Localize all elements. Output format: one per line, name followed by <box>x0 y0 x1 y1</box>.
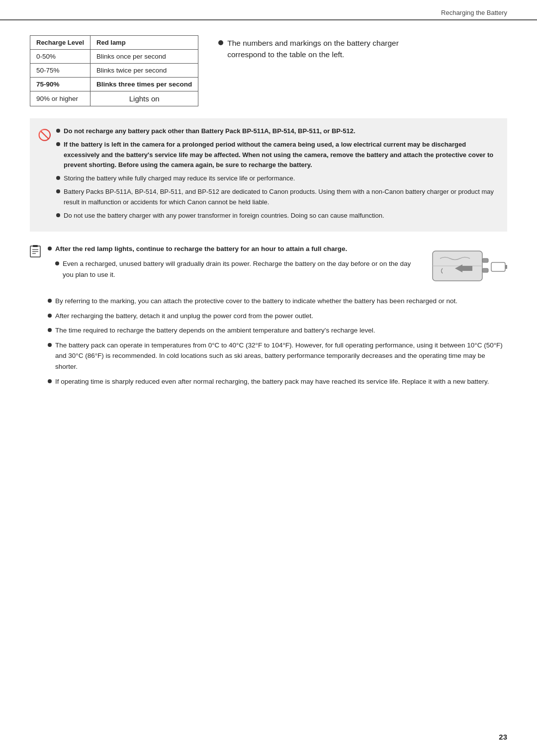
warning-item: Do not recharge any battery pack other t… <box>56 126 497 137</box>
note-dot <box>48 328 52 332</box>
warning-dot <box>56 213 60 217</box>
svg-rect-7 <box>482 268 488 272</box>
table-cell-level: 90% or higher <box>30 91 90 106</box>
note-section: After the red lamp lights, continue to r… <box>30 244 507 391</box>
warning-dot <box>56 129 60 133</box>
battery-image <box>428 244 507 292</box>
table-cell-lamp: Blinks once per second <box>90 50 198 64</box>
svg-rect-6 <box>482 258 488 262</box>
note-item: By referring to the marking, you can att… <box>48 296 507 307</box>
top-note-text: The numbers and markings on the battery … <box>227 37 427 61</box>
note-dot <box>48 314 52 318</box>
warning-item: If the battery is left in the camera for… <box>56 140 497 170</box>
table-cell-lamp: Lights on <box>90 91 198 106</box>
note-dot <box>48 343 52 347</box>
bullet-icon <box>218 40 223 45</box>
note-item: The battery pack can operate in temperat… <box>48 340 507 372</box>
table-cell-level: 75-90% <box>30 78 90 91</box>
table-col2-header: Red lamp <box>90 36 198 50</box>
notes-list: After the red lamp lights, continue to r… <box>48 244 507 387</box>
table-cell-level: 50-75% <box>30 64 90 78</box>
warning-icon: 🚫 <box>38 126 51 224</box>
header-title: Recharging the Battery <box>441 9 507 16</box>
warning-item: Do not use the battery charger with any … <box>56 211 497 221</box>
warning-dot <box>56 142 60 146</box>
warning-dot <box>56 176 60 180</box>
table-cell-lamp: Blinks three times per second <box>90 78 198 91</box>
top-right-note: The numbers and markings on the battery … <box>218 35 427 61</box>
table-col1-header: Recharge Level <box>30 36 90 50</box>
warning-box: 🚫 Do not recharge any battery pack other… <box>30 118 507 232</box>
page-number: 23 <box>499 733 507 741</box>
top-section: Recharge Level Red lamp 0-50%Blinks once… <box>30 35 507 106</box>
warning-list: Do not recharge any battery pack other t… <box>56 126 497 221</box>
note-item: After recharging the battery, detach it … <box>48 311 507 322</box>
recharge-table: Recharge Level Red lamp 0-50%Blinks once… <box>30 35 198 106</box>
note-dot <box>48 379 52 383</box>
warning-dot <box>56 189 60 193</box>
svg-rect-1 <box>33 245 38 247</box>
page-content: Recharge Level Red lamp 0-50%Blinks once… <box>0 20 537 425</box>
note-dot <box>48 247 52 251</box>
note-content: After the red lamp lights, continue to r… <box>48 244 507 391</box>
warning-item: Storing the battery while fully charged … <box>56 173 497 184</box>
note-item: After the red lamp lights, continue to r… <box>48 244 507 292</box>
svg-rect-11 <box>505 265 507 269</box>
page-header: Recharging the Battery <box>0 0 537 20</box>
svg-rect-10 <box>491 262 505 271</box>
warning-item: Battery Packs BP-511A, BP-514, BP-511, a… <box>56 187 497 208</box>
note-item: If operating time is sharply reduced eve… <box>48 376 507 387</box>
note-icon <box>30 245 41 391</box>
table-cell-level: 0-50% <box>30 50 90 64</box>
table-cell-lamp: Blinks twice per second <box>90 64 198 78</box>
note-dot <box>48 299 52 303</box>
warning-content: Do not recharge any battery pack other t… <box>56 126 497 224</box>
note-item: The time required to recharge the batter… <box>48 325 507 336</box>
